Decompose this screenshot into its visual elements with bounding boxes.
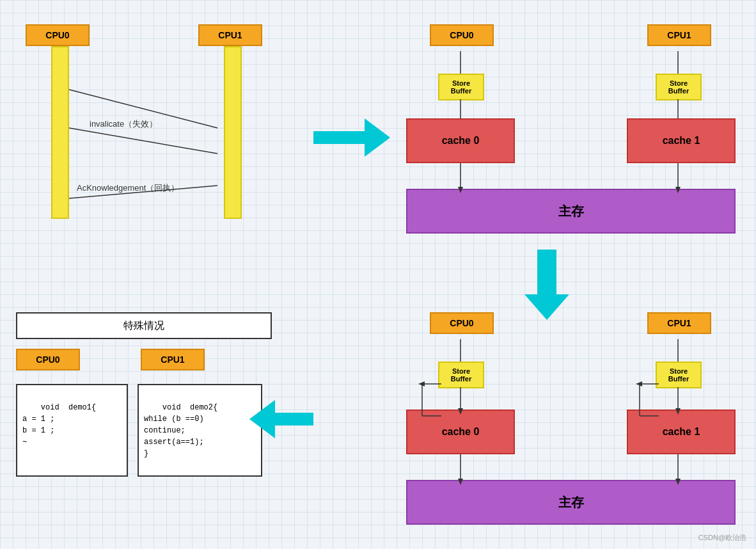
bottom-right-cache0-box: cache 0 [406, 410, 515, 454]
svg-marker-30 [418, 381, 425, 386]
top-right-cpu0-box: CPU0 [430, 24, 494, 46]
bottom-right-cpu0-box: CPU0 [430, 312, 494, 334]
top-right-store-buffer-1: StoreBuffer [656, 74, 702, 100]
top-right-cache0-box: cache 0 [406, 118, 515, 163]
svg-line-1 [69, 128, 217, 154]
bottom-right-main-memory: 主存 [406, 480, 736, 525]
left-cpu0-bar [51, 46, 69, 219]
left-cpu0-box: CPU0 [26, 24, 90, 46]
bottom-right-store-buffer-0: StoreBuffer [438, 362, 484, 388]
invalidate-label: invalicate（失效） [90, 118, 157, 130]
code-box-demo2: void demo2{ while (b ==0) continue; asse… [138, 384, 262, 477]
top-right-cpu1-box: CPU1 [647, 24, 711, 46]
bottom-left-cpu1-box: CPU1 [141, 349, 205, 370]
svg-marker-21 [313, 118, 390, 157]
bottom-right-store-buffer-1: StoreBuffer [656, 362, 702, 388]
main-container: CPU0 CPU1 invalicate（失效） AcKnowledgement… [0, 0, 756, 549]
top-right-cache1-box: cache 1 [627, 118, 736, 163]
code-box-demo1: void demo1{ a = 1 ; b = 1 ; ~ [16, 384, 128, 477]
bottom-right-cache1-box: cache 1 [627, 410, 736, 454]
svg-marker-22 [524, 250, 569, 320]
acknowledgement-label: AcKnowledgement（回执） [77, 182, 179, 194]
top-right-main-memory: 主存 [406, 189, 736, 234]
svg-marker-31 [636, 381, 642, 386]
left-cpu1-bar [224, 46, 242, 219]
bottom-right-cpu1-box: CPU1 [647, 312, 711, 334]
special-case-box: 特殊情况 [16, 312, 272, 339]
top-right-store-buffer-0: StoreBuffer [438, 74, 484, 100]
watermark: CSDN@欧治浩 [698, 533, 746, 543]
bottom-left-cpu0-box: CPU0 [16, 349, 80, 370]
left-cpu1-box: CPU1 [198, 24, 262, 46]
